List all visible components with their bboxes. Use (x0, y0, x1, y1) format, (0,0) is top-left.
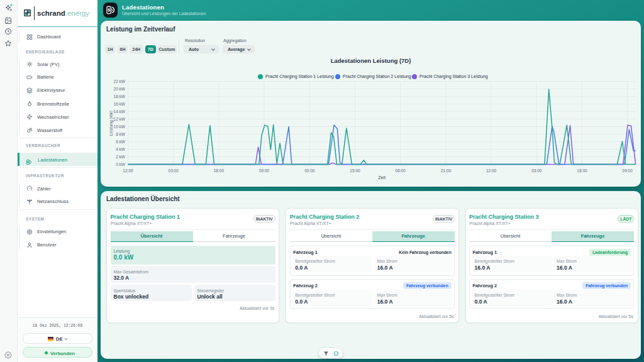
svg-text:12:00: 12:00 (486, 168, 497, 173)
svg-text:09:00: 09:00 (623, 168, 633, 173)
svg-text:0 kW: 0 kW (116, 162, 126, 167)
svg-text:18:00: 18:00 (577, 168, 587, 173)
svg-text:8 kW: 8 kW (116, 132, 126, 136)
svg-text:2 kW: 2 kW (116, 155, 126, 159)
svg-text:03:00: 03:00 (531, 168, 542, 173)
svg-text:12:00: 12:00 (123, 168, 133, 173)
svg-text:Zeit: Zeit (378, 175, 386, 180)
svg-text:22 kW: 22 kW (114, 79, 126, 84)
svg-text:18 kW: 18 kW (114, 94, 126, 99)
svg-text:16 kW: 16 kW (114, 102, 126, 106)
svg-text:06:00: 06:00 (396, 168, 406, 173)
svg-text:21:00: 21:00 (441, 168, 452, 173)
svg-text:03:00: 03:00 (169, 168, 179, 173)
svg-text:15:00: 15:00 (350, 168, 360, 173)
svg-text:4 kW: 4 kW (116, 147, 126, 151)
svg-text:14 kW: 14 kW (114, 109, 126, 114)
svg-text:10 kW: 10 kW (114, 124, 126, 129)
svg-text:00:00: 00:00 (304, 168, 315, 173)
svg-text:12 kW: 12 kW (114, 117, 126, 121)
svg-text:6 kW: 6 kW (116, 140, 126, 144)
svg-text:Leistung (kW): Leistung (kW) (109, 111, 114, 136)
svg-text:09:00: 09:00 (259, 168, 270, 173)
svg-text:20 kW: 20 kW (114, 87, 126, 91)
svg-text:18:00: 18:00 (214, 168, 225, 173)
